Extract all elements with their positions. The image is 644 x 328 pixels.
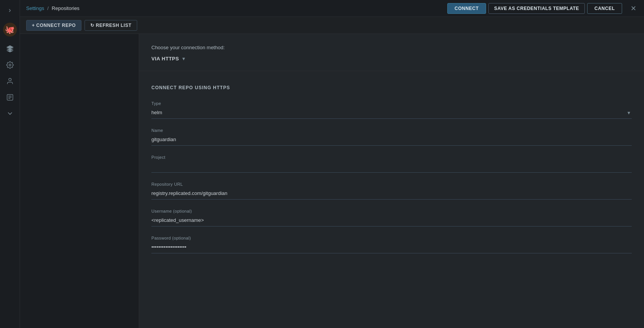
username-label: Username (optional): [151, 209, 632, 213]
document-icon[interactable]: [3, 90, 17, 104]
form-section-title: CONNECT REPO USING HTTPS: [151, 85, 632, 90]
connection-method-label: Choose your connection method:: [151, 45, 632, 50]
content-area: Choose your connection method: VIA HTTPS…: [20, 34, 644, 328]
username-input[interactable]: [151, 216, 632, 226]
project-label: Project: [151, 155, 632, 160]
password-input[interactable]: [151, 243, 632, 253]
svg-point-5: [8, 78, 11, 81]
repo-url-label: Repository URL: [151, 182, 632, 186]
type-select[interactable]: helm git oci: [151, 108, 632, 119]
left-panel: [20, 34, 139, 328]
password-field-group: Password (optional): [151, 236, 632, 253]
connection-method-section: Choose your connection method: VIA HTTPS…: [139, 34, 644, 71]
repo-url-input[interactable]: [151, 189, 632, 200]
connection-method-arrow: ▼: [181, 56, 186, 62]
layers-icon[interactable]: [3, 42, 17, 56]
breadcrumb-current: Repositories: [52, 5, 80, 11]
breadcrumb-settings-link[interactable]: Settings: [26, 5, 44, 11]
main-content: Settings / Repositories CONNECT SAVE AS …: [20, 0, 644, 328]
type-label: Type: [151, 101, 632, 106]
right-panel: Choose your connection method: VIA HTTPS…: [139, 34, 644, 328]
refresh-list-button[interactable]: ↻ REFRESH LIST: [85, 20, 137, 31]
name-input[interactable]: [151, 135, 632, 146]
subtoolbar: + CONNECT REPO ↻ REFRESH LIST: [20, 17, 644, 34]
sidebar-arrow-icon[interactable]: ›: [6, 3, 14, 17]
project-input[interactable]: [151, 162, 632, 173]
close-button[interactable]: ✕: [629, 3, 638, 13]
topbar-actions: CONNECT SAVE AS CREDENTIALS TEMPLATE CAN…: [447, 3, 638, 14]
name-label: Name: [151, 128, 632, 133]
type-field-group: Type helm git oci ▾: [151, 101, 632, 119]
connect-repo-button[interactable]: + CONNECT REPO: [26, 20, 81, 31]
project-field-group: Project: [151, 155, 632, 173]
save-as-credentials-template-button[interactable]: SAVE AS CREDENTIALS TEMPLATE: [488, 3, 585, 14]
breadcrumb-separator: /: [47, 5, 49, 11]
connect-button[interactable]: CONNECT: [447, 3, 486, 14]
topbar: Settings / Repositories CONNECT SAVE AS …: [20, 0, 644, 17]
sidebar: › 🐙: [0, 0, 20, 328]
password-label: Password (optional): [151, 236, 632, 240]
username-field-group: Username (optional): [151, 209, 632, 226]
type-select-wrapper: helm git oci ▾: [151, 108, 632, 119]
avatar[interactable]: 🐙: [3, 23, 17, 37]
name-field-group: Name: [151, 128, 632, 146]
cancel-button[interactable]: CANCEL: [587, 3, 622, 14]
connect-repo-form-section: CONNECT REPO USING HTTPS Type helm git o…: [139, 74, 644, 275]
chevron-down-icon[interactable]: [3, 107, 17, 120]
gear-icon[interactable]: [3, 58, 17, 72]
svg-point-4: [9, 64, 11, 66]
connection-method-dropdown[interactable]: VIA HTTPS ▼: [151, 56, 186, 62]
repo-url-field-group: Repository URL: [151, 182, 632, 200]
user-icon[interactable]: [3, 74, 17, 88]
connection-method-value: VIA HTTPS: [151, 56, 179, 62]
